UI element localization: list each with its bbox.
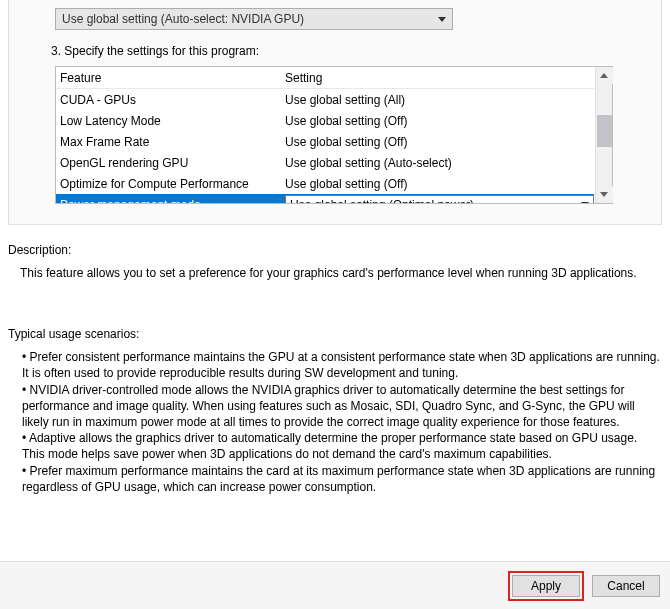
- chevron-down-icon: [600, 192, 608, 197]
- scenario-text: Prefer consistent performance maintains …: [22, 350, 660, 380]
- scenarios-title: Typical usage scenarios:: [8, 327, 662, 341]
- setting-value-text: Use global setting (Optimal power): [290, 198, 474, 204]
- apply-button[interactable]: Apply: [512, 575, 580, 597]
- table-row[interactable]: Optimize for Compute Performance Use glo…: [56, 173, 594, 194]
- scenario-item: • Prefer maximum performance maintains t…: [22, 463, 662, 495]
- vertical-scrollbar[interactable]: [595, 67, 612, 203]
- setting-value-dropdown[interactable]: Use global setting (Optimal power): [285, 195, 594, 203]
- row-feature: Max Frame Rate: [60, 135, 285, 149]
- settings-table-scroll: Feature Setting CUDA - GPUs Use global s…: [56, 67, 612, 203]
- table-row-selected[interactable]: Power management mode Use global setting…: [56, 194, 594, 203]
- row-setting: Use global setting (Off): [285, 177, 594, 191]
- settings-panel: Use global setting (Auto-select: NVIDIA …: [8, 0, 662, 225]
- row-feature: Optimize for Compute Performance: [60, 177, 285, 191]
- description-title: Description:: [8, 243, 662, 257]
- chevron-down-icon: [581, 202, 589, 203]
- row-feature: Power management mode: [60, 198, 285, 204]
- description-section: Description: This feature allows you to …: [0, 225, 670, 281]
- scroll-track[interactable]: [596, 84, 612, 186]
- row-feature: OpenGL rendering GPU: [60, 156, 285, 170]
- program-dropdown[interactable]: Use global setting (Auto-select: NVIDIA …: [55, 8, 453, 30]
- table-row[interactable]: Max Frame Rate Use global setting (Off): [56, 131, 594, 152]
- row-setting: Use global setting (All): [285, 93, 594, 107]
- row-setting: Use global setting (Off): [285, 135, 594, 149]
- scenario-item: • Adaptive allows the graphics driver to…: [22, 430, 662, 462]
- scenarios-section: Typical usage scenarios: • Prefer consis…: [0, 281, 670, 495]
- row-feature: Low Latency Mode: [60, 114, 285, 128]
- cancel-button[interactable]: Cancel: [592, 575, 660, 597]
- dialog-button-bar: Apply Cancel: [0, 561, 670, 609]
- table-row[interactable]: Low Latency Mode Use global setting (Off…: [56, 110, 594, 131]
- table-row[interactable]: OpenGL rendering GPU Use global setting …: [56, 152, 594, 173]
- preferred-graphics-processor-select: Use global setting (Auto-select: NVIDIA …: [55, 8, 633, 30]
- scenario-text: Adaptive allows the graphics driver to a…: [22, 431, 637, 461]
- header-setting: Setting: [285, 71, 594, 85]
- chevron-down-icon: [438, 17, 446, 22]
- program-dropdown-value: Use global setting (Auto-select: NVIDIA …: [62, 12, 304, 26]
- chevron-up-icon: [600, 73, 608, 78]
- table-row[interactable]: CUDA - GPUs Use global setting (All): [56, 89, 594, 110]
- settings-table: Feature Setting CUDA - GPUs Use global s…: [55, 66, 613, 204]
- row-setting: Use global setting (Auto-select): [285, 156, 594, 170]
- table-header: Feature Setting: [56, 67, 594, 89]
- row-feature: CUDA - GPUs: [60, 93, 285, 107]
- scenarios-list: • Prefer consistent performance maintain…: [22, 349, 662, 495]
- step3-label: 3. Specify the settings for this program…: [51, 44, 633, 58]
- scroll-down-button[interactable]: [596, 186, 613, 203]
- scroll-up-button[interactable]: [596, 67, 613, 84]
- scenario-text: NVIDIA driver-controlled mode allows the…: [22, 383, 635, 429]
- scroll-thumb[interactable]: [597, 115, 612, 147]
- scenario-item: • NVIDIA driver-controlled mode allows t…: [22, 382, 662, 431]
- scenario-item: • Prefer consistent performance maintain…: [22, 349, 662, 381]
- row-setting: Use global setting (Off): [285, 114, 594, 128]
- header-feature: Feature: [60, 71, 285, 85]
- row-setting-dropdown-cell: Use global setting (Optimal power): [285, 195, 594, 203]
- description-body: This feature allows you to set a prefere…: [20, 265, 662, 281]
- apply-button-highlight: Apply: [508, 571, 584, 601]
- scenario-text: Prefer maximum performance maintains the…: [22, 464, 655, 494]
